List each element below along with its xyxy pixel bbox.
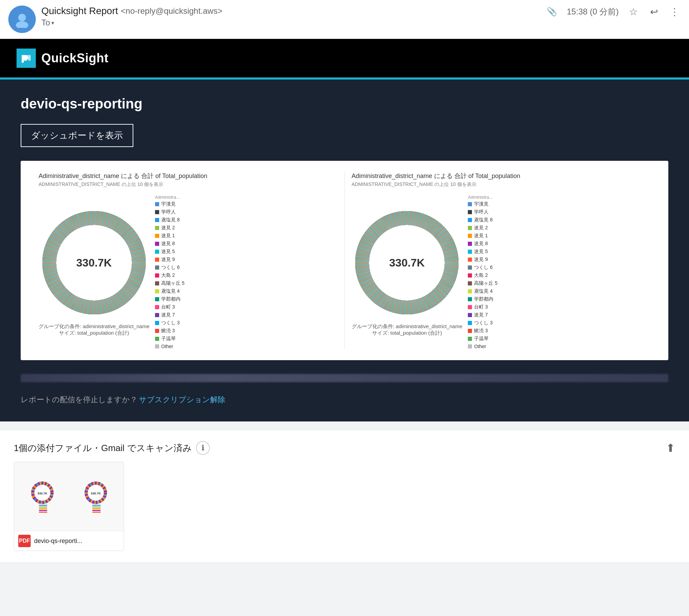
email-header: Quicksight Report <no-reply@quicksight.a…	[0, 0, 689, 39]
legend-color-swatch	[468, 321, 472, 325]
legend-item: 迷見 8	[155, 241, 185, 247]
legend-2-header: Administra...	[468, 195, 497, 200]
legend-item: 学呼人	[468, 209, 497, 215]
legend-item: つくし 6	[155, 264, 185, 271]
legend-color-swatch	[155, 210, 159, 214]
legend-label-text: 台町 3	[474, 304, 488, 310]
legend-item: 鳶塩見 8	[155, 217, 185, 223]
legend-label-text: 学郡都内	[161, 296, 181, 302]
legend-label-text: 迷見 9	[161, 257, 175, 263]
legend-label-text: つくし 6	[161, 264, 180, 271]
legend-color-swatch	[468, 297, 472, 301]
legend-label-text: Other	[474, 344, 486, 349]
attachment-filename-bar: PDF devio-qs-reporti...	[14, 531, 124, 551]
legend-color-swatch	[468, 305, 472, 309]
legend-item: 学郡都内	[155, 296, 185, 302]
legend-color-swatch	[468, 289, 472, 293]
report-title: devio-qs-reporting	[21, 96, 668, 112]
legend-color-swatch	[468, 281, 472, 285]
star-icon[interactable]: ☆	[627, 6, 639, 18]
donut-1-center: 330.7K	[76, 256, 112, 269]
legend-color-swatch	[155, 289, 159, 293]
legend-item: 宇漢見	[468, 201, 497, 207]
sender-info: Quicksight Report <no-reply@quicksight.a…	[41, 6, 223, 28]
legend-item: Other	[155, 344, 185, 349]
reply-icon[interactable]: ↩	[648, 6, 660, 18]
thumb-preview: 330.7K	[14, 462, 124, 531]
legend-color-swatch	[155, 273, 159, 278]
chart-2-footer: グループ化の条件: adiministrative_district_name …	[352, 323, 463, 336]
legend-label-text: 迷見 7	[161, 312, 175, 318]
chart-1-footer: グループ化の条件: adiministrative_district_name …	[39, 323, 150, 336]
legend-label-text: 迷見 8	[474, 241, 488, 247]
legend-label-text: 宇漢見	[474, 201, 489, 207]
legend-label-text: 学呼人	[161, 209, 176, 215]
legend-item: 迷見 7	[468, 312, 497, 318]
chart-1-subtitle: ADMINISTRATIVE_DISTRICT_NAME の上位 10 個を表示	[39, 181, 338, 188]
legend-color-swatch	[468, 273, 472, 278]
legend-color-swatch	[468, 313, 472, 317]
legend-label-text: 高陽ヶ丘 5	[161, 280, 185, 286]
legend-color-swatch	[468, 226, 472, 230]
legend-item: 迷見 8	[468, 241, 497, 247]
attachment-filename: devio-qs-reporti...	[34, 537, 82, 545]
legend-item: 迷見 7	[155, 312, 185, 318]
dashboard-button[interactable]: ダッシュボードを表示	[21, 124, 133, 147]
email-time: 15:38 (0 分前)	[567, 6, 619, 17]
attachment-thumbnail[interactable]: 330.7K	[14, 462, 124, 551]
sender-email: <no-reply@quicksight.aws>	[121, 6, 223, 16]
legend-color-swatch	[155, 337, 159, 341]
legend-label-text: 迷見 8	[161, 241, 175, 247]
legend-color-swatch	[468, 265, 472, 270]
thumb-legend-mini-2	[92, 505, 101, 513]
attachment-info-icon[interactable]: ℹ	[196, 441, 210, 455]
legend-item: 台町 3	[155, 304, 185, 310]
legend-label-text: 鳶塩見 8	[474, 217, 493, 223]
legend-color-swatch	[468, 210, 472, 214]
legend-color-swatch	[155, 265, 159, 270]
legend-item: 高陽ヶ丘 5	[155, 280, 185, 286]
legend-item: 鰍涜 3	[468, 328, 497, 334]
legend-item: 鳶塩見 8	[468, 217, 497, 223]
legend-color-swatch	[155, 250, 159, 254]
sender-name: Quicksight Report	[41, 6, 118, 17]
chart-2-title: Adiministrative_district_name による 合計 of …	[352, 172, 651, 180]
quicksight-banner: QuickSight	[0, 39, 689, 77]
unsubscribe-bar: レポートの配信を停止しますか？ サブスクリプション解除	[21, 388, 668, 405]
svg-rect-5	[22, 55, 24, 63]
legend-color-swatch	[468, 242, 472, 246]
qs-logo-text: QuickSight	[41, 51, 109, 65]
legend-item: つくし 3	[155, 320, 185, 326]
attachment-upload-icon[interactable]: ⬆	[666, 441, 675, 455]
legend-color-swatch	[155, 218, 159, 222]
more-options-icon[interactable]: ⋮	[668, 6, 681, 18]
legend-label-text: つくし 3	[474, 320, 493, 326]
legend-color-swatch	[155, 344, 159, 348]
legend-item: 高陽ヶ丘 5	[468, 280, 497, 286]
legend-color-swatch	[155, 297, 159, 301]
legend-label-text: Other	[161, 344, 173, 349]
legend-item: 子温琴	[155, 336, 185, 342]
legend-label-text: 迷見 5	[161, 249, 175, 255]
legend-item: 迷見 1	[468, 233, 497, 239]
attachment-header: 1個の添付ファイル・Gmail でスキャン済み ℹ ⬆	[14, 441, 675, 455]
legend-item: つくし 3	[468, 320, 497, 326]
svg-text:330.7K: 330.7K	[91, 492, 101, 495]
chart-panel-2: Adiministrative_district_name による 合計 of …	[345, 172, 658, 349]
legend-item: 迷見 5	[468, 249, 497, 255]
legend-label-text: 迷見 1	[474, 233, 488, 239]
attachment-title: 1個の添付ファイル・Gmail でスキャン済み	[14, 442, 192, 454]
to-label[interactable]: To ▾	[41, 18, 223, 28]
qs-logo-box	[17, 49, 36, 68]
thumb-chart-mini-1: 330.7K	[17, 465, 68, 528]
unsubscribe-link[interactable]: サブスクリプション解除	[139, 395, 225, 404]
donut-chart-1: 330.7K	[39, 208, 149, 318]
legend-color-swatch	[155, 242, 159, 246]
charts-container: Adiministrative_district_name による 合計 of …	[21, 161, 668, 360]
legend-item: 鰍涜 3	[155, 328, 185, 334]
legend-color-swatch	[155, 234, 159, 238]
svg-point-0	[18, 14, 26, 21]
legend-item: 鳶塩見 4	[468, 288, 497, 294]
legend-label-text: 鳶塩見 8	[161, 217, 180, 223]
legend-color-swatch	[468, 329, 472, 333]
